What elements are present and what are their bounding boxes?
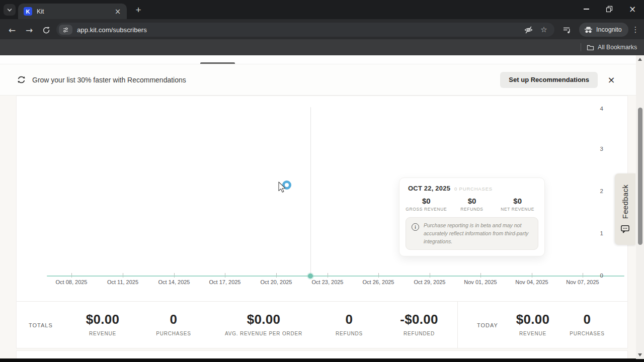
tooltip-stat-value: $0: [404, 197, 449, 205]
y-axis-label: 3: [594, 146, 603, 152]
total-avg-revenue-per-order: $0.00 AVG. REVENUE PER ORDER: [225, 312, 302, 336]
y-axis-label: 2: [594, 188, 603, 194]
x-axis-label: Oct 14, 2025: [158, 279, 190, 285]
stat-label: REVENUE: [86, 331, 120, 336]
x-axis-label: Oct 17, 2025: [209, 279, 241, 285]
minimize-button[interactable]: [575, 0, 598, 18]
stat-label: REFUNDED: [400, 331, 438, 336]
reload-icon: [42, 26, 50, 34]
address-bar[interactable]: app.kit.com/subscribers ☆: [56, 23, 554, 37]
tooltip-date: OCT 22, 2025: [408, 185, 450, 192]
browser-window: K Kit × + × ← → app.kit.com/subscribers …: [0, 0, 644, 362]
bookmarks-divider: [581, 43, 581, 51]
back-button[interactable]: ←: [5, 23, 19, 37]
total-refunded: -$0.00 REFUNDED: [400, 312, 438, 336]
x-axis-label: Oct 20, 2025: [261, 279, 292, 285]
restore-button[interactable]: [598, 0, 621, 18]
totals-divider: [457, 302, 458, 348]
totals-row: TOTALS $0.00 REVENUE 0 PURCHASES $0.00 A…: [17, 301, 627, 348]
scrollbar-down-arrow[interactable]: [638, 353, 642, 356]
today-label: TODAY: [477, 322, 498, 328]
purchases-chart-card: 4 3 2 1 0 Oct 08, 2025 Oct 11, 2025 Oct …: [16, 96, 628, 348]
page-nav-remnant: [0, 55, 636, 64]
tab-search-button[interactable]: [4, 4, 16, 16]
forward-button[interactable]: →: [22, 23, 36, 37]
incognito-spy-icon: [584, 26, 593, 34]
x-axis-label: Nov 07, 2025: [566, 279, 599, 285]
all-bookmarks-button[interactable]: All Bookmarks: [598, 44, 637, 51]
stat-value: 0: [156, 312, 191, 327]
tooltip-stat-label: NET REVENUE: [495, 207, 540, 212]
reload-button[interactable]: [39, 23, 53, 37]
banner-message: Grow your list 30% faster with Recommend…: [32, 76, 500, 84]
feedback-button[interactable]: Feedback: [615, 173, 635, 245]
tune-icon: [62, 27, 69, 33]
browser-tab[interactable]: K Kit ×: [18, 4, 127, 19]
x-axis-label: Oct 11, 2025: [107, 279, 138, 285]
stat-label: PURCHASES: [570, 331, 604, 336]
scrollbar-thumb[interactable]: [638, 108, 642, 245]
y-axis-label: 4: [594, 106, 603, 112]
browser-menu-button[interactable]: ⋮: [629, 23, 642, 37]
x-axis-label: Nov 04, 2025: [515, 279, 548, 285]
tooltip-stat: $0 REFUNDS: [449, 197, 495, 212]
incognito-label: Incognito: [596, 26, 622, 33]
tooltip-stat-value: $0: [495, 197, 540, 205]
x-axis-label: Oct 23, 2025: [312, 279, 344, 285]
x-axis-label: Nov 01, 2025: [464, 279, 497, 285]
stat-label: PURCHASES: [156, 331, 191, 336]
tab-title: Kit: [37, 8, 113, 15]
media-controls-button[interactable]: [559, 23, 574, 37]
minimize-icon: [584, 9, 589, 9]
hover-crosshair-line: [310, 107, 311, 277]
incognito-badge: Incognito: [579, 23, 628, 37]
total-refunds: 0 REFUNDS: [336, 312, 363, 336]
tab-close-icon[interactable]: ×: [113, 7, 122, 16]
site-info-chip[interactable]: [59, 25, 72, 35]
banner-close-icon[interactable]: ×: [606, 74, 617, 85]
stat-value: -$0.00: [400, 312, 438, 327]
y-axis-label: 0: [594, 273, 603, 279]
stat-label: AVG. REVENUE PER ORDER: [225, 331, 302, 336]
info-icon: i: [412, 223, 419, 231]
tooltip-stat: $0 GROSS REVENUE: [404, 197, 449, 212]
stat-value: $0.00: [225, 312, 302, 327]
bookmarks-bar: All Bookmarks: [0, 39, 644, 55]
totals-label: TOTALS: [29, 322, 53, 328]
chart-tooltip: OCT 22, 2025 0 PURCHASES $0 GROSS REVENU…: [399, 177, 545, 256]
today-purchases: 0 PURCHASES: [570, 312, 604, 336]
new-tab-button[interactable]: +: [132, 4, 145, 16]
kit-favicon-icon: K: [24, 7, 32, 16]
tooltip-beta-note: i Purchase reporting is in beta and may …: [406, 217, 538, 250]
x-axis-label: Oct 29, 2025: [414, 279, 446, 285]
today-revenue: $0.00 REVENUE: [516, 312, 550, 336]
screen-bottom-bar: [0, 358, 644, 362]
window-controls: ×: [575, 0, 644, 18]
tooltip-note-text: Purchase reporting is in beta and may no…: [424, 222, 532, 245]
tooltip-stat-label: REFUNDS: [449, 207, 495, 212]
page-scrollbar[interactable]: [636, 55, 644, 359]
restore-icon: [606, 6, 613, 13]
password-eye-off-button[interactable]: [523, 24, 534, 35]
chart-plot-area[interactable]: 4 3 2 1 0 Oct 08, 2025 Oct 11, 2025 Oct …: [17, 96, 627, 301]
eye-off-icon: [524, 25, 533, 35]
setup-recommendations-button[interactable]: Set up Recommendations: [500, 72, 598, 88]
recommendations-banner: Grow your list 30% faster with Recommend…: [0, 64, 636, 96]
hovered-data-point: [308, 274, 313, 279]
media-playlist-icon: [562, 26, 571, 34]
x-axis-label: Oct 08, 2025: [56, 279, 88, 285]
zero-value-line: [47, 276, 624, 277]
y-axis-label: 1: [594, 230, 603, 236]
chevron-down-icon: [6, 7, 13, 14]
stat-value: 0: [570, 312, 604, 327]
next-card-top-edge: [16, 350, 628, 358]
tooltip-stat-label: GROSS REVENUE: [404, 207, 449, 212]
total-purchases: 0 PURCHASES: [156, 312, 191, 336]
scrollbar-up-arrow[interactable]: [638, 58, 642, 61]
tab-strip: K Kit × + ×: [0, 0, 644, 19]
bookmark-star-button[interactable]: ☆: [538, 24, 549, 35]
stat-value: 0: [336, 312, 363, 327]
stat-label: REVENUE: [516, 331, 550, 336]
x-axis-label: Oct 26, 2025: [363, 279, 394, 285]
close-window-button[interactable]: ×: [621, 0, 644, 18]
